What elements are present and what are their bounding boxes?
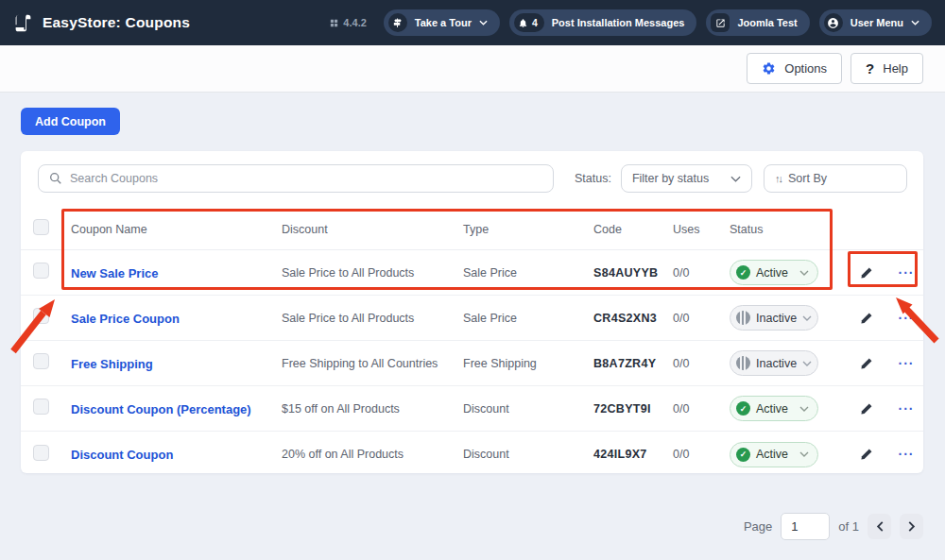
column-header-status: Status — [730, 223, 852, 236]
user-icon — [824, 13, 843, 32]
code-cell: S84AUYYB — [593, 266, 673, 280]
edit-button[interactable] — [852, 304, 881, 332]
post-installation-messages-button[interactable]: 4 Post Installation Messages — [509, 9, 696, 36]
status-dropdown[interactable]: Inactive — [730, 305, 818, 331]
ellipsis-icon: ··· — [899, 314, 915, 323]
status-state-icon — [736, 311, 750, 325]
edit-button[interactable] — [852, 440, 881, 468]
uses-cell: 0/0 — [673, 312, 730, 325]
page-number-input[interactable] — [781, 513, 830, 540]
type-cell: Sale Price — [463, 312, 593, 325]
more-actions-button[interactable]: ··· — [892, 259, 920, 287]
signpost-icon — [388, 13, 407, 32]
uses-cell: 0/0 — [673, 402, 730, 416]
type-cell: Discount — [463, 448, 593, 461]
pencil-icon — [860, 448, 873, 461]
coupon-name-link[interactable]: Discount Coupon — [71, 448, 173, 462]
chevron-down-icon — [799, 270, 809, 276]
edit-button[interactable] — [852, 395, 881, 423]
row-checkbox[interactable] — [33, 308, 49, 324]
uses-cell: 0/0 — [673, 357, 730, 370]
discount-cell: $15 off on All Products — [282, 402, 463, 416]
pencil-icon — [860, 312, 873, 325]
status-state-icon — [736, 448, 750, 462]
uses-cell: 0/0 — [673, 448, 730, 461]
status-filter-label: Status: — [575, 172, 611, 185]
row-checkbox[interactable] — [33, 263, 49, 279]
toolbar: Options ? Help — [0, 45, 945, 93]
admin-topbar: EasyStore: Coupons 4.4.2 Take a Tour 4 P… — [0, 0, 945, 45]
coupons-card: Status: Filter by status ↑↓ Sort By Coup… — [21, 151, 923, 473]
row-checkbox[interactable] — [33, 399, 49, 415]
external-link-icon — [711, 13, 730, 32]
previous-page-button[interactable] — [868, 514, 891, 539]
chevron-down-icon — [802, 361, 812, 366]
page-label: Page — [744, 519, 772, 534]
status-dropdown[interactable]: Active — [730, 396, 818, 421]
ellipsis-icon: ··· — [899, 450, 915, 459]
status-filter-select[interactable]: Filter by status — [621, 164, 752, 193]
chevron-down-icon — [730, 176, 741, 182]
chevron-right-icon — [908, 521, 916, 532]
status-dropdown[interactable]: Active — [730, 260, 818, 285]
ellipsis-icon: ··· — [899, 404, 915, 414]
next-page-button[interactable] — [900, 514, 923, 539]
more-actions-button[interactable]: ··· — [892, 349, 920, 378]
coupon-name-link[interactable]: Discount Coupon (Percentage) — [71, 402, 251, 416]
options-button[interactable]: Options — [747, 53, 842, 84]
search-input[interactable] — [70, 172, 542, 185]
question-mark-icon: ? — [866, 60, 874, 76]
status-dropdown[interactable]: Active — [730, 442, 818, 467]
status-state-icon — [736, 356, 750, 370]
table-header-row: Coupon Name Discount Type Code Uses Stat… — [21, 209, 923, 250]
more-actions-button[interactable]: ··· — [892, 395, 920, 423]
search-box — [38, 164, 554, 193]
status-state-icon — [736, 401, 750, 416]
more-actions-button[interactable]: ··· — [892, 440, 920, 468]
easystore-logo-icon — [13, 13, 33, 33]
uses-cell: 0/0 — [673, 266, 730, 280]
version-badge: 4.4.2 — [329, 17, 366, 28]
row-checkbox[interactable] — [33, 445, 49, 461]
user-menu-button[interactable]: User Menu — [819, 9, 932, 36]
code-cell: B8A7ZR4Y — [593, 357, 673, 370]
help-button[interactable]: ? Help — [850, 53, 923, 84]
chevron-left-icon — [876, 521, 884, 532]
coupon-name-link[interactable]: New Sale Price — [71, 266, 159, 280]
pencil-icon — [860, 266, 873, 280]
app-brand: EasyStore: Coupons — [13, 13, 190, 33]
column-header-discount: Discount — [282, 223, 463, 236]
column-header-uses: Uses — [673, 223, 730, 236]
row-checkbox[interactable] — [33, 353, 49, 369]
coupon-name-link[interactable]: Sale Price Coupon — [71, 312, 180, 326]
discount-cell: 20% off on All Products — [282, 448, 463, 461]
coupon-name-link[interactable]: Free Shipping — [71, 357, 153, 371]
table-row: New Sale Price Sale Price to All Product… — [21, 250, 923, 296]
type-cell: Sale Price — [463, 266, 593, 280]
code-cell: 424IL9X7 — [593, 448, 673, 461]
sort-arrows-icon: ↑↓ — [775, 173, 782, 184]
notification-count-badge: 4 — [514, 13, 544, 32]
column-header-type: Type — [463, 223, 593, 236]
table-row: Discount Coupon (Percentage) $15 off on … — [21, 386, 923, 432]
chevron-down-icon — [802, 315, 812, 321]
search-icon — [49, 172, 62, 185]
bell-icon — [518, 18, 528, 28]
status-dropdown[interactable]: Inactive — [730, 350, 818, 376]
edit-button[interactable] — [852, 349, 881, 378]
code-cell: 72CBYT9I — [593, 402, 673, 416]
pagination: Page of 1 — [744, 513, 923, 540]
discount-cell: Free Shipping to All Countries — [282, 357, 463, 370]
edit-button[interactable] — [852, 259, 881, 287]
select-all-checkbox[interactable] — [33, 219, 49, 235]
page-count-label: of 1 — [838, 519, 859, 534]
take-a-tour-button[interactable]: Take a Tour — [384, 9, 500, 36]
pencil-icon — [860, 357, 873, 370]
more-actions-button[interactable]: ··· — [892, 304, 920, 332]
status-label: Inactive — [756, 312, 797, 325]
sort-by-select[interactable]: ↑↓ Sort By — [764, 164, 907, 193]
add-coupon-button[interactable]: Add Coupon — [21, 108, 120, 135]
type-cell: Free Shipping — [463, 357, 593, 370]
discount-cell: Sale Price to All Products — [282, 312, 463, 325]
joomla-test-button[interactable]: Joomla Test — [706, 9, 809, 36]
